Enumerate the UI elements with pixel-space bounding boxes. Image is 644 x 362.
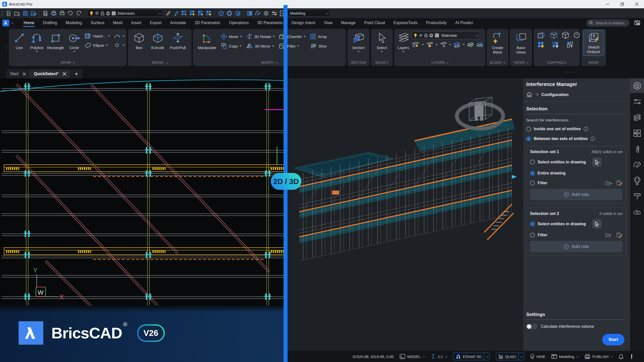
open-filter-icon[interactable]	[605, 233, 613, 238]
print-button[interactable]	[51, 10, 57, 17]
shaded-cube-button[interactable]	[234, 10, 241, 17]
group-expand-chevron-icon[interactable]	[446, 61, 448, 63]
select-bulb-button[interactable]	[189, 10, 196, 17]
ribbon-grip[interactable]	[6, 44, 7, 51]
attachments-panel-icon[interactable]	[630, 142, 644, 156]
workspace-switcher[interactable]: Modeling	[551, 354, 578, 359]
ribbon-search-input[interactable]: Search in Ribbon	[586, 19, 629, 27]
tab-drafting[interactable]: Drafting	[43, 19, 58, 27]
group-expand-chevron-icon[interactable]	[527, 61, 529, 63]
group-expand-chevron-icon[interactable]	[166, 61, 168, 63]
dropdown-caret-icon[interactable]	[435, 44, 437, 45]
group-expand-chevron-icon[interactable]	[503, 61, 505, 63]
box-button[interactable]: Box	[130, 31, 148, 50]
rotate-3d-button[interactable]: 3D Rotate	[246, 33, 275, 40]
dropdown-caret-icon[interactable]	[449, 44, 451, 45]
tab-modeling[interactable]: Modeling	[65, 19, 83, 27]
close-icon[interactable]	[23, 72, 26, 76]
layers-panel-icon[interactable]	[630, 110, 644, 125]
layer-combo[interactable]: Staircase	[412, 31, 480, 39]
new-file-button[interactable]	[6, 10, 12, 17]
section-button[interactable]: Section	[349, 31, 368, 52]
panel-drag-handle[interactable]	[564, 71, 574, 73]
redo-button[interactable]	[75, 10, 82, 17]
set1-entire-drawing-option[interactable]: Entire drawing	[530, 170, 622, 176]
esnap-toggle[interactable]: ESNAP 3D	[453, 353, 490, 360]
radio-off-icon[interactable]	[530, 160, 535, 164]
dropdown-caret-icon[interactable]	[422, 44, 424, 45]
circle-button[interactable]: Circle	[66, 31, 83, 52]
new-document-tab-button[interactable]: +	[71, 69, 82, 78]
sheets-panel-icon[interactable]	[630, 158, 644, 172]
viewport-3d[interactable]	[284, 78, 523, 351]
dropdown-caret-icon[interactable]	[273, 36, 275, 37]
radio-on-icon[interactable]	[526, 137, 531, 141]
undo-button[interactable]	[67, 10, 74, 17]
tab-home[interactable]: Home	[23, 19, 35, 27]
dropdown-caret-icon[interactable]	[272, 46, 274, 47]
toolbar-grip[interactable]	[2, 11, 3, 16]
batch-print-button[interactable]	[59, 10, 65, 17]
tab-point-cloud[interactable]: Point Cloud	[364, 19, 386, 27]
open-filter-icon[interactable]	[605, 180, 613, 186]
layer-color-swatch[interactable]	[112, 11, 116, 15]
radio-on-icon[interactable]	[530, 171, 535, 176]
save-as-button[interactable]	[30, 10, 37, 17]
publish-button[interactable]: PUBLISH	[584, 354, 613, 359]
settings-gear-button[interactable]	[263, 10, 269, 17]
layers-button[interactable]: Layers	[396, 31, 411, 52]
mirror-3d-button[interactable]: 3D Mirror	[246, 42, 275, 50]
open-file-button[interactable]	[14, 10, 20, 17]
tab-manage[interactable]: Manage	[341, 19, 356, 27]
dropdown-caret-icon[interactable]	[240, 36, 242, 37]
info-icon[interactable]	[584, 127, 588, 131]
dropdown-caret-icon[interactable]	[73, 51, 75, 52]
set2-select-entities-option[interactable]: Select entities in drawing	[530, 219, 622, 229]
save-button[interactable]	[22, 10, 29, 17]
isolate-entities-control-icon[interactable]	[552, 41, 561, 49]
document-tab-start[interactable]: Start	[6, 69, 30, 78]
info-icon[interactable]	[590, 137, 595, 141]
select-add-button[interactable]	[181, 10, 188, 17]
move-button[interactable]: Move	[221, 33, 242, 40]
slice-button[interactable]: Slice	[310, 42, 327, 50]
radio-on-icon[interactable]	[530, 221, 535, 226]
document-tab-quickselect[interactable]: QuickSelect*	[30, 69, 70, 78]
eyedropper-button[interactable]	[173, 10, 179, 17]
tab-view[interactable]: View	[323, 19, 333, 27]
select-visible-control-icon[interactable]	[567, 41, 576, 49]
radio-off-icon[interactable]	[530, 233, 535, 238]
group-expand-chevron-icon[interactable]	[73, 61, 75, 63]
polyline-button[interactable]: Polyline	[28, 31, 46, 52]
ribbon-options-icon[interactable]	[633, 20, 641, 26]
dropdown-caret-icon[interactable]	[36, 51, 38, 52]
save-filter-icon[interactable]	[616, 180, 622, 186]
start-button[interactable]: Start	[602, 334, 624, 345]
minimize-button[interactable]	[600, 0, 615, 8]
set2-add-rule-button[interactable]: Add rule	[530, 241, 622, 252]
dropdown-caret-icon[interactable]	[381, 51, 383, 52]
match-properties-button[interactable]	[165, 10, 171, 17]
close-button[interactable]	[629, 0, 644, 8]
calc-volume-toggle-row[interactable]: Calculate interference volume	[526, 324, 626, 329]
dropdown-caret-icon[interactable]	[239, 46, 242, 47]
dropdown-caret-icon[interactable]	[123, 45, 125, 46]
line-button[interactable]: Line	[11, 31, 28, 50]
restore-button[interactable]	[615, 0, 629, 8]
radio-off-icon[interactable]	[530, 181, 535, 186]
hatch-button[interactable]: Hatch...	[93, 34, 106, 38]
app-menu-button[interactable]	[3, 20, 9, 26]
annotation-scale-toggle[interactable]: 1:1	[431, 354, 447, 359]
cube-wire-control-icon[interactable]	[562, 31, 569, 39]
radio-off-icon[interactable]	[526, 127, 531, 131]
app-menu-chevron-icon[interactable]	[11, 21, 14, 24]
workspace-combo[interactable]: Modeling	[288, 10, 330, 17]
radio-inside-one-set[interactable]: Inside one set of entities	[526, 126, 626, 132]
radio-between-two-sets[interactable]: Between two sets of entities	[526, 135, 626, 142]
tab-design-intent[interactable]: Design Intent	[291, 19, 316, 27]
dropdown-caret-icon[interactable]	[403, 51, 405, 52]
pick-entities-button[interactable]	[592, 219, 601, 229]
dropdown-caret-icon[interactable]	[123, 35, 125, 37]
sliders-button[interactable]	[271, 10, 278, 17]
create-block-button[interactable]: Create Block	[489, 31, 506, 55]
